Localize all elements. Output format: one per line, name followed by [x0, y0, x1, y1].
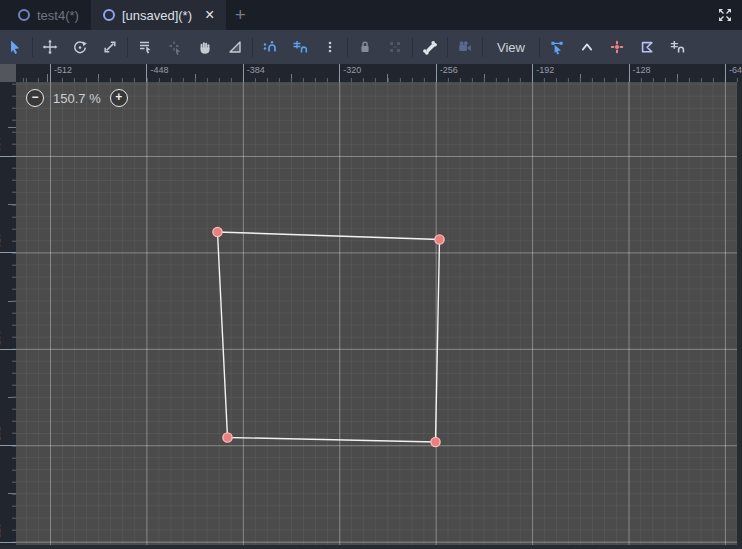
- pan-hand-icon: [197, 39, 213, 55]
- ruler-label: -128: [629, 64, 651, 82]
- select-control-points-tool-button[interactable]: [572, 33, 602, 61]
- scene-icon: [103, 9, 115, 21]
- ruler-label: -384: [0, 156, 16, 157]
- select-points-icon: [549, 39, 565, 55]
- ruler-label: -256: [436, 64, 458, 82]
- pan-tool-button[interactable]: [190, 33, 220, 61]
- move-tool-button[interactable]: [35, 33, 65, 61]
- grid-snap-toggle-button[interactable]: [285, 33, 315, 61]
- rotate-icon: [72, 39, 88, 55]
- ruler-label: -192: [532, 64, 554, 82]
- group-icon: [387, 39, 403, 55]
- scene-tab-bar: test4(*) [unsaved](*) × +: [0, 0, 742, 30]
- ruler-label: -320: [0, 252, 16, 253]
- ruler-label: -192: [0, 445, 16, 446]
- tab-test4[interactable]: test4(*): [6, 0, 91, 30]
- select-points-tool-button[interactable]: [542, 33, 572, 61]
- toolbar-separator: [482, 37, 483, 57]
- panel-edge: [0, 545, 742, 549]
- grid-snap-icon: [292, 39, 308, 55]
- move-icon: [42, 39, 58, 55]
- polygon-vertex-handle[interactable]: [431, 437, 440, 446]
- toolbar-separator: [412, 37, 413, 57]
- toolbar-separator: [252, 37, 253, 57]
- lock-selection-button[interactable]: [350, 33, 380, 61]
- toolbar-separator: [447, 37, 448, 57]
- tab-label: test4(*): [37, 8, 79, 23]
- ruler-label: -320: [339, 64, 361, 82]
- pixel-snap-select-tool-button[interactable]: [160, 33, 190, 61]
- skeleton-options-menu-button[interactable]: [450, 33, 480, 61]
- ruler-label: -64: [725, 64, 742, 82]
- list-select-icon: [137, 39, 153, 55]
- polygon-vertex-handle[interactable]: [223, 433, 232, 442]
- list-select-tool-button[interactable]: [130, 33, 160, 61]
- ruler-label: -256: [0, 349, 16, 350]
- ruler-label: -128: [0, 542, 16, 543]
- pixel-select-icon: [167, 39, 183, 55]
- smart-snap-icon: [262, 39, 278, 55]
- canvas-editor-toolbar: View: [0, 30, 742, 64]
- snap-options-menu-button[interactable]: [315, 33, 345, 61]
- ruler-corner: [0, 64, 16, 82]
- zoom-in-button[interactable]: +: [110, 89, 128, 107]
- polygon-vertex-handle[interactable]: [435, 235, 444, 244]
- ruler-label: -384: [243, 64, 265, 82]
- new-scene-tab-button[interactable]: +: [226, 0, 254, 30]
- horizontal-ruler: -512-448-384-320-256-192-128-64: [16, 64, 742, 82]
- expand-viewport-icon[interactable]: [716, 6, 734, 24]
- toolbar-separator: [347, 37, 348, 57]
- three-dots-icon: [322, 39, 338, 55]
- viewport-canvas[interactable]: − 150.7 % +: [16, 82, 742, 545]
- bone-button[interactable]: [415, 33, 445, 61]
- chevron-up-icon: [579, 39, 595, 55]
- panel-edge: [737, 82, 742, 545]
- snap-grid-icon: [669, 39, 685, 55]
- toolbar-separator: [539, 37, 540, 57]
- add-point-cross-icon: [609, 39, 625, 55]
- rotate-tool-button[interactable]: [65, 33, 95, 61]
- lock-icon: [357, 39, 373, 55]
- edited-polygon: [16, 82, 742, 545]
- select-tool-button[interactable]: [0, 33, 30, 61]
- close-tab-icon[interactable]: ×: [205, 7, 214, 23]
- vertical-ruler: -384-320-256-192-128: [0, 82, 16, 545]
- add-point-tool-button[interactable]: [602, 33, 632, 61]
- camera-icon: [457, 39, 473, 55]
- tab-label: [unsaved](*): [122, 8, 192, 23]
- scene-icon: [18, 9, 30, 21]
- close-polygon-tool-button[interactable]: [632, 33, 662, 61]
- scale-tool-button[interactable]: [95, 33, 125, 61]
- polygon-outline: [218, 232, 440, 442]
- ruler-label: -512: [50, 64, 72, 82]
- close-polygon-icon: [639, 39, 655, 55]
- polygon-snap-toggle-button[interactable]: [662, 33, 692, 61]
- zoom-controls: − 150.7 % +: [26, 89, 128, 107]
- toolbar-separator: [127, 37, 128, 57]
- ruler-icon: [227, 39, 243, 55]
- bone-icon: [422, 39, 438, 55]
- toolbar-separator: [32, 37, 33, 57]
- ruler-tool-button[interactable]: [220, 33, 250, 61]
- tab-unsaved[interactable]: [unsaved](*) ×: [91, 0, 226, 30]
- polygon-vertex-handle[interactable]: [213, 227, 222, 236]
- group-selection-button[interactable]: [380, 33, 410, 61]
- smart-snap-toggle-button[interactable]: [255, 33, 285, 61]
- scale-icon: [102, 39, 118, 55]
- select-arrow-icon: [7, 39, 23, 55]
- view-menu-button[interactable]: View: [485, 33, 537, 61]
- zoom-level-readout[interactable]: 150.7 %: [53, 91, 101, 106]
- zoom-out-button[interactable]: −: [26, 89, 44, 107]
- view-menu-label: View: [497, 40, 525, 55]
- ruler-label: -448: [146, 64, 168, 82]
